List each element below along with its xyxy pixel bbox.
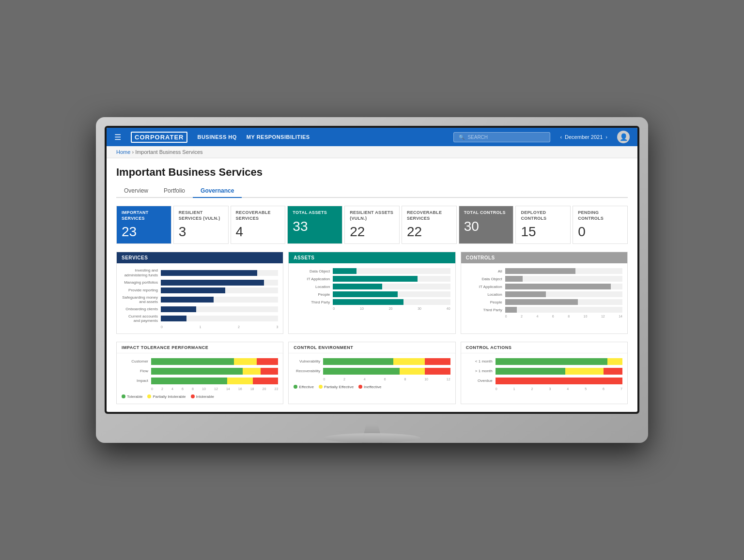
ctrl-action-row-1: > 1 month <box>466 368 622 375</box>
legend-intolerable: Intolerable <box>191 394 214 399</box>
metric-card-resilient-services: RESILIENT SERVICES (VULN.) 3 <box>173 206 229 244</box>
monitor-screen: ☰ CORPORATER BUSINESS HQ MY RESPONSIBILI… <box>105 126 639 414</box>
asset-bar-track-4 <box>333 299 450 305</box>
impact-tolerance-body: Customer Flow <box>117 353 283 404</box>
impact-row-0: Customer <box>122 358 278 365</box>
bar-label-4: Onboarding clients <box>122 307 158 312</box>
user-avatar[interactable]: 👤 <box>617 131 630 143</box>
stand-base <box>324 433 420 443</box>
controls-chart-body: All Data Object IT Application <box>461 263 627 323</box>
metric-label-8: PENDING CONTROLS <box>578 210 622 221</box>
control-actions-header: CONTROL ACTIONS <box>461 342 627 353</box>
asset-bar-label-1: IT Application <box>294 277 330 282</box>
services-bar-chart: Investing andadministering funds Managin… <box>122 268 278 323</box>
ctrl-bar-row-0: All <box>466 268 622 274</box>
legend-partial-effective-label: Partially Effective <box>324 385 354 389</box>
metric-label-2: RECOVERABLE SERVICES <box>236 210 280 221</box>
bar-label-3: Safeguarding moneyand assets <box>122 295 158 304</box>
controls-axis: 02468101214 <box>466 315 622 318</box>
asset-bar-row-3: People <box>294 291 450 297</box>
breadcrumb-home[interactable]: Home <box>116 149 130 155</box>
assets-chart-body: Data Object IT Application Location <box>289 263 455 315</box>
app-logo: CORPORATER <box>131 132 187 143</box>
next-arrow[interactable]: › <box>605 134 607 140</box>
monitor-stand <box>105 414 639 443</box>
ctrl-bar-track-3 <box>505 291 622 297</box>
services-chart-header: SERVICES <box>117 252 283 263</box>
ctrl-env-track-0 <box>323 358 450 365</box>
controls-chart-section: CONTROLS All Data Object <box>461 252 628 334</box>
metric-value-7: 15 <box>521 224 565 240</box>
ctrl-env-row-0: Vulnerability <box>294 358 450 365</box>
ctrl-bar-track-5 <box>505 307 622 313</box>
metric-card-recoverable-services: RECOVERABLE SERVICES 4 <box>231 206 286 244</box>
impact-axis: 0246810121416182022 <box>122 387 278 391</box>
metric-value-1: 3 <box>179 224 223 240</box>
metric-label-7: DEPLOYED CONTROLS <box>521 210 565 221</box>
legend-ineffective-label: Ineffective <box>364 385 381 389</box>
search-bar[interactable]: 🔍 SEARCH <box>453 132 550 142</box>
assets-chart-section: ASSETS Data Object IT Application <box>288 252 455 334</box>
ctrl-actions-stacked-chart: < 1 month > 1 month <box>466 358 622 384</box>
ctrl-bar-track-4 <box>505 299 622 305</box>
control-environment-chart: CONTROL ENVIRONMENT Vulnerability <box>288 342 455 404</box>
services-axis: 0123 <box>122 325 278 329</box>
ctrl-action-label-1: > 1 month <box>466 369 493 373</box>
ctrl-action-track-2 <box>496 378 622 384</box>
main-content: Important Business Services Overview Por… <box>107 158 637 412</box>
tab-governance[interactable]: Governance <box>193 184 242 198</box>
search-icon: 🔍 <box>459 135 465 140</box>
ctrl-bar-row-4: People <box>466 299 622 305</box>
metric-value-4: 22 <box>350 224 394 240</box>
ctrl-action-label-2: Overdue <box>466 378 493 383</box>
breadcrumb-current: Important Business Services <box>135 149 202 155</box>
nav-business-hq[interactable]: BUSINESS HQ <box>197 134 236 140</box>
metric-label-3: TOTAL ASSETS <box>293 210 337 216</box>
metric-card-deployed-controls: DEPLOYED CONTROLS 15 <box>515 206 571 244</box>
ctrl-bar-row-1: Data Object <box>466 276 622 282</box>
bar-track-1 <box>161 280 278 286</box>
assets-chart-header: ASSETS <box>289 252 455 263</box>
chart-sections: SERVICES Investing andadministering fund… <box>116 252 628 334</box>
impact-tolerance-chart: IMPACT TOLERANCE PERFORMANCE Customer <box>116 342 283 404</box>
bottom-charts: IMPACT TOLERANCE PERFORMANCE Customer <box>116 342 628 404</box>
bar-track-2 <box>161 288 278 293</box>
prev-arrow[interactable]: ‹ <box>560 134 562 140</box>
control-actions-body: < 1 month > 1 month <box>461 353 627 395</box>
metric-card-recoverable-assets: RECOVERABLE SERVICES 22 <box>402 206 457 244</box>
metric-value-2: 4 <box>236 224 280 240</box>
nav-my-responsibilities[interactable]: MY RESPONSIBILITIES <box>247 134 310 140</box>
ctrl-action-track-0 <box>496 358 622 365</box>
breadcrumb: Home › Important Business Services <box>107 146 637 158</box>
metric-label-4: RESILIENT ASSETS (VULN.) <box>350 210 394 221</box>
assets-axis: 010203040 <box>294 307 450 310</box>
ctrl-action-label-0: < 1 month <box>466 359 493 363</box>
assets-bar-chart: Data Object IT Application Location <box>294 268 450 305</box>
impact-row-2: Impact <box>122 378 278 384</box>
legend-ineffective: Ineffective <box>358 385 381 389</box>
bar-track-3 <box>161 297 278 303</box>
tab-portfolio[interactable]: Portfolio <box>156 184 193 198</box>
ctrl-bar-label-4: People <box>466 300 502 305</box>
bar-row-2: Provide reporting <box>122 288 278 293</box>
asset-bar-row-2: Location <box>294 284 450 289</box>
legend-partial-label: Partially Intolerable <box>153 394 186 399</box>
services-chart-section: SERVICES Investing andadministering fund… <box>116 252 283 334</box>
impact-track-0 <box>151 358 278 365</box>
ctrl-actions-axis: 01234567 <box>466 387 622 391</box>
bar-track-4 <box>161 306 278 312</box>
metric-value-0: 23 <box>122 224 166 240</box>
impact-label-0: Customer <box>122 359 148 363</box>
bar-row-0: Investing andadministering funds <box>122 268 278 277</box>
metric-label-5: RECOVERABLE SERVICES <box>407 210 451 221</box>
impact-legend: Tolerable Partially Intolerable Intolera… <box>122 394 278 399</box>
impact-row-1: Flow <box>122 368 278 375</box>
ctrl-env-label-0: Vulnerability <box>294 359 320 363</box>
date-nav: ‹ December 2021 › <box>560 134 607 140</box>
screen-content: ☰ CORPORATER BUSINESS HQ MY RESPONSIBILI… <box>107 128 637 412</box>
tab-overview[interactable]: Overview <box>116 184 156 198</box>
nav-links: BUSINESS HQ MY RESPONSIBILITIES <box>197 134 444 140</box>
ctrl-bar-label-2: IT Application <box>466 285 502 289</box>
hamburger-icon[interactable]: ☰ <box>114 133 121 142</box>
ctrl-bar-row-2: IT Application <box>466 284 622 289</box>
